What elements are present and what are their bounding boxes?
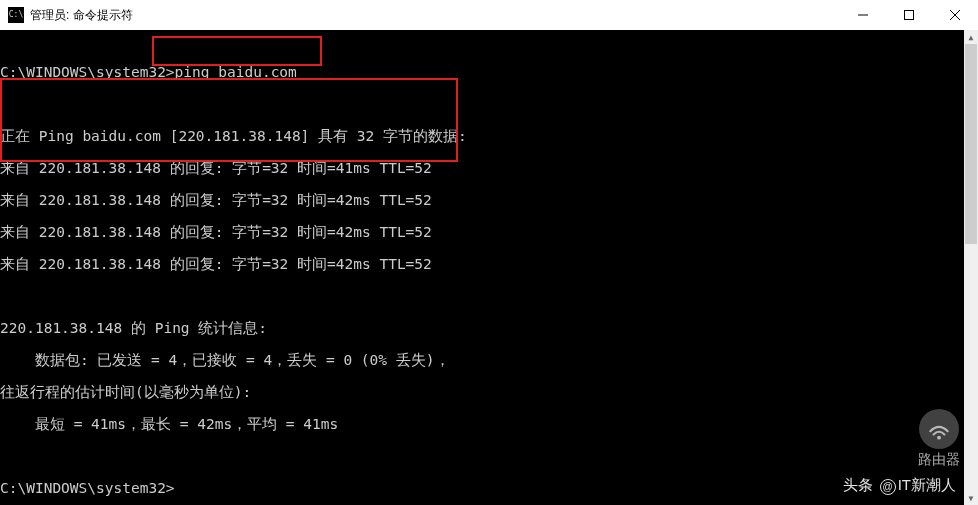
window-title: 管理员: 命令提示符	[30, 7, 133, 24]
source-watermark: 头条 @IT新潮人	[843, 476, 956, 495]
prompt: C:\WINDOWS\system32>	[0, 480, 175, 496]
scrollbar-up-arrow[interactable]: ▲	[964, 30, 978, 44]
router-icon	[919, 409, 959, 449]
vertical-scrollbar[interactable]: ▲ ▼	[964, 30, 978, 505]
command-input: ping baidu.com	[175, 64, 297, 80]
router-label: 路由器	[918, 451, 960, 469]
window-titlebar: C:\ 管理员: 命令提示符	[0, 0, 978, 30]
router-watermark: 路由器	[918, 409, 960, 469]
at-icon: @	[880, 479, 896, 495]
stats-packets-line: 数据包: 已发送 = 4，已接收 = 4，丢失 = 0 (0% 丢失)，	[0, 352, 964, 368]
prompt: C:\WINDOWS\system32>	[0, 64, 175, 80]
scrollbar-down-arrow[interactable]: ▼	[964, 491, 978, 505]
terminal-area[interactable]: C:\WINDOWS\system32>ping baidu.com 正在 Pi…	[0, 30, 964, 505]
maximize-button[interactable]	[886, 0, 932, 30]
ping-header-line: 正在 Ping baidu.com [220.181.38.148] 具有 32…	[0, 128, 964, 144]
watermark-source: 头条	[843, 476, 873, 493]
svg-rect-1	[905, 11, 914, 20]
stats-header-line: 220.181.38.148 的 Ping 统计信息:	[0, 320, 964, 336]
window-controls	[840, 0, 978, 30]
watermark-author: IT新潮人	[898, 476, 956, 493]
rtt-header-line: 往返行程的估计时间(以毫秒为单位):	[0, 384, 964, 400]
ping-reply-line: 来自 220.181.38.148 的回复: 字节=32 时间=41ms TTL…	[0, 160, 964, 176]
cmd-icon: C:\	[8, 7, 24, 23]
scrollbar-thumb[interactable]	[965, 44, 977, 244]
rtt-values-line: 最短 = 41ms，最长 = 42ms，平均 = 41ms	[0, 416, 964, 432]
ping-reply-line: 来自 220.181.38.148 的回复: 字节=32 时间=42ms TTL…	[0, 256, 964, 272]
scrollbar-track[interactable]	[964, 44, 978, 491]
ping-reply-line: 来自 220.181.38.148 的回复: 字节=32 时间=42ms TTL…	[0, 224, 964, 240]
close-button[interactable]	[932, 0, 978, 30]
ping-reply-line: 来自 220.181.38.148 的回复: 字节=32 时间=42ms TTL…	[0, 192, 964, 208]
minimize-button[interactable]	[840, 0, 886, 30]
svg-point-4	[937, 436, 941, 440]
